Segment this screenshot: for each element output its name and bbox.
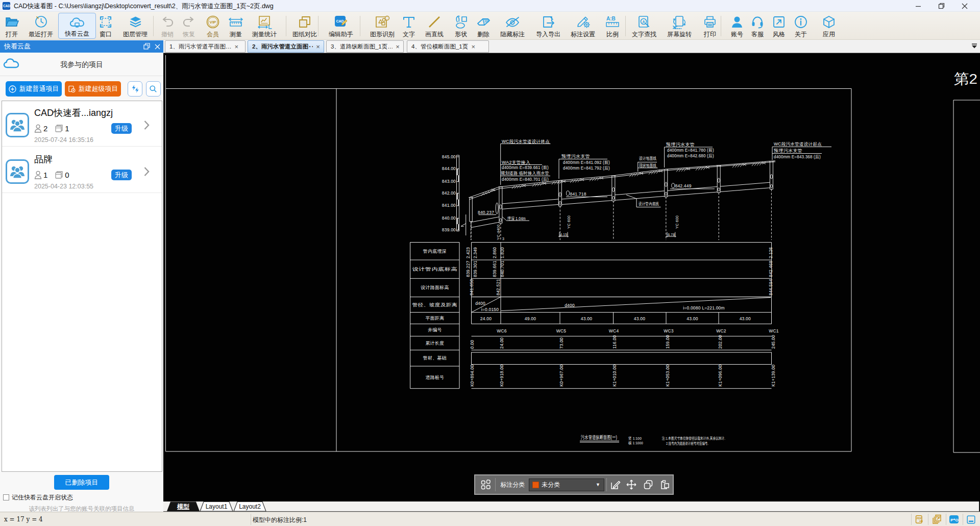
export-pdf-button[interactable]: PDF — [914, 514, 925, 525]
toolbar-item-cloud-drive[interactable]: 快看云盘 — [58, 13, 96, 39]
toolbar-item-measure-stats[interactable]: 测量统计 — [252, 13, 277, 39]
svg-text:d400mm E=841.780 (前): d400mm E=841.780 (前) — [667, 148, 714, 153]
annotation-paste-button[interactable] — [656, 476, 673, 493]
annotation-category-dropdown[interactable]: 未分类 ▼ — [529, 479, 604, 491]
new-project-button[interactable]: 新建普通项目 — [6, 81, 62, 97]
toolbar-item-open[interactable]: 打开 — [3, 13, 20, 39]
doc-tab-3[interactable]: 3、道路纵断面图_1页…× — [326, 40, 404, 53]
svg-text:0.00: 0.00 — [470, 340, 475, 349]
svg-text:839.227: 839.227 — [465, 260, 471, 277]
toolbar-item-text-search[interactable]: A文字查找 — [632, 13, 656, 39]
batch-export-pdf-button[interactable]: PDF — [931, 514, 942, 525]
toolbar-item-undo[interactable]: 撤销 — [159, 13, 176, 39]
tab-close-icon[interactable]: × — [470, 40, 476, 53]
member-count: 2 — [43, 124, 47, 133]
layout-tab-layout1[interactable]: Layout1 — [200, 501, 233, 511]
toolbar-item-draw-line[interactable]: 画直线 — [425, 13, 444, 39]
toolbar-item-style[interactable]: 风格 — [770, 13, 788, 39]
toolbar-item-vip[interactable]: VIP会员 — [204, 13, 222, 39]
toolbar-item-hide-annotation[interactable]: 隐藏标注 — [500, 13, 525, 39]
draw-line-icon — [428, 14, 441, 30]
svg-text:43.00: 43.00 — [687, 316, 698, 321]
svg-text:埋深 1.04m: 埋深 1.04m — [507, 216, 526, 221]
tab-overflow-icon[interactable] — [971, 43, 977, 50]
toolbar-item-window[interactable]: 窗口 — [97, 13, 114, 39]
toolbar-item-text[interactable]: 文字 — [400, 13, 418, 39]
toolbar-item-redo[interactable]: 恢复 — [180, 13, 198, 39]
toolbar-item-import-export[interactable]: 导入导出 — [536, 13, 560, 39]
toolbar-item-support[interactable]: 客服 — [749, 13, 766, 39]
svg-text:839.00: 839.00 — [442, 227, 456, 232]
about-icon — [794, 14, 808, 30]
toolbar-item-layer-manage[interactable]: 图层管理 — [123, 13, 148, 39]
svg-text:设计管内底标高: 设计管内底标高 — [412, 267, 457, 272]
toolbar-item-drawing-compare[interactable]: 图纸对比 — [292, 13, 317, 39]
svg-text:i=0.0150: i=0.0150 — [481, 307, 499, 312]
toolbar-item-label: 图形识别 — [370, 30, 395, 39]
annotation-edit-button[interactable] — [607, 476, 623, 493]
chevron-right-icon[interactable] — [143, 166, 150, 178]
deleted-projects-button[interactable]: 已删除项目 — [54, 475, 109, 490]
toolbar-item-print[interactable]: 打印 — [701, 13, 719, 39]
tab-close-icon[interactable]: × — [395, 40, 401, 53]
layout-tab-layout2[interactable]: Layout2 — [234, 501, 266, 511]
new-super-project-button[interactable]: 新建超级项目 — [65, 81, 121, 97]
hide-annotation-icon — [504, 14, 521, 30]
svg-text:2.126: 2.126 — [768, 247, 773, 258]
project-item-1[interactable]: CAD快速看...iangzj 2 1 升级 2025-07-24 16:35:… — [2, 101, 162, 148]
toolbar-item-delete[interactable]: 删除 — [475, 13, 492, 39]
tab-close-icon[interactable]: × — [315, 40, 321, 53]
toolbar-item-about[interactable]: 关于 — [792, 13, 810, 39]
toolbar-item-label: 撤销 — [161, 30, 174, 39]
search-projects-button[interactable] — [146, 81, 161, 97]
doc-tab-2[interactable]: 2、雨污水管道立面图‥× — [248, 40, 324, 53]
remember-state-label: 记住快看云盘开启状态 — [12, 493, 73, 502]
cloud-drive-panel: 快看云盘 我参与的项目 新建普通项目 新建超级项目 CAD快速看. — [0, 40, 163, 512]
toolbar-item-measure[interactable]: 测量 — [227, 13, 244, 39]
toolbar-item-recent-open[interactable]: 最近打开 — [29, 13, 53, 39]
doc-tab-1[interactable]: 1、雨污水管道平面图…× — [165, 40, 246, 53]
toolbar-item-apps[interactable]: 应用 — [820, 13, 838, 39]
upgrade-badge[interactable]: 升级 — [111, 123, 132, 134]
thumbnail-panel-button[interactable] — [965, 514, 976, 525]
annotation-grid-button[interactable] — [478, 476, 494, 493]
cloud-drive-icon — [69, 14, 85, 29]
minimize-button[interactable] — [907, 0, 929, 12]
project-item-2[interactable]: 品牌 1 0 升级 2025-04-23 12:03:55 — [2, 148, 162, 194]
annotation-copy-button[interactable] — [640, 476, 656, 493]
refresh-projects-button[interactable] — [128, 81, 142, 97]
apps-icon — [822, 14, 836, 30]
toolbar-item-annotation-set[interactable]: 标注设置 — [571, 13, 595, 39]
toolbar-item-screen-rotate[interactable]: 屏幕旋转 — [667, 13, 692, 39]
statusbar-separator — [963, 514, 963, 525]
toolbar-item-account[interactable]: 账号 — [728, 13, 746, 39]
close-button[interactable] — [953, 0, 976, 12]
svg-text:预埋污水支管: 预埋污水支管 — [773, 148, 802, 153]
chevron-right-icon[interactable] — [143, 120, 150, 132]
upgrade-badge[interactable]: 升级 — [111, 170, 132, 180]
restore-button[interactable] — [930, 0, 952, 12]
toolbar-item-label: 隐藏标注 — [500, 30, 525, 39]
toolbar-item-label: 窗口 — [100, 30, 112, 39]
float-panel-icon[interactable] — [143, 43, 150, 51]
toolbar-item-edit-assistant[interactable]: CAD编辑助手 — [329, 13, 353, 39]
tab-close-icon[interactable]: × — [233, 40, 239, 53]
toolbar-item-shape-recognize[interactable]: 图形识别 — [370, 13, 395, 39]
project-date: 2025-07-24 16:35:16 — [34, 136, 93, 144]
doc-tab-4[interactable]: 4、管位横断面图_1页× — [407, 40, 489, 53]
text-search-icon: A — [637, 14, 651, 30]
p2o-converter-button[interactable]: PO — [948, 514, 960, 525]
toolbar-item-shapes[interactable]: 形状 — [452, 13, 470, 39]
svg-text:平面距离: 平面距离 — [425, 316, 444, 321]
svg-text:P: P — [950, 518, 953, 522]
annotation-move-button[interactable] — [623, 476, 640, 493]
drawing-canvas[interactable]: 第2845.00844.00843.00842.00841.00840.0083… — [163, 53, 980, 501]
remember-state-checkbox[interactable] — [3, 494, 9, 500]
close-panel-icon[interactable] — [155, 43, 160, 51]
redo-icon — [182, 14, 196, 30]
project-avatar — [6, 113, 29, 137]
svg-text:WC段污水管道设计起点: WC段污水管道设计起点 — [774, 141, 822, 147]
layout-tab-模型[interactable]: 模型 — [167, 501, 200, 511]
toolbar-item-scale[interactable]: A:B比例 — [604, 13, 621, 39]
scale-icon: A:B — [605, 14, 620, 30]
